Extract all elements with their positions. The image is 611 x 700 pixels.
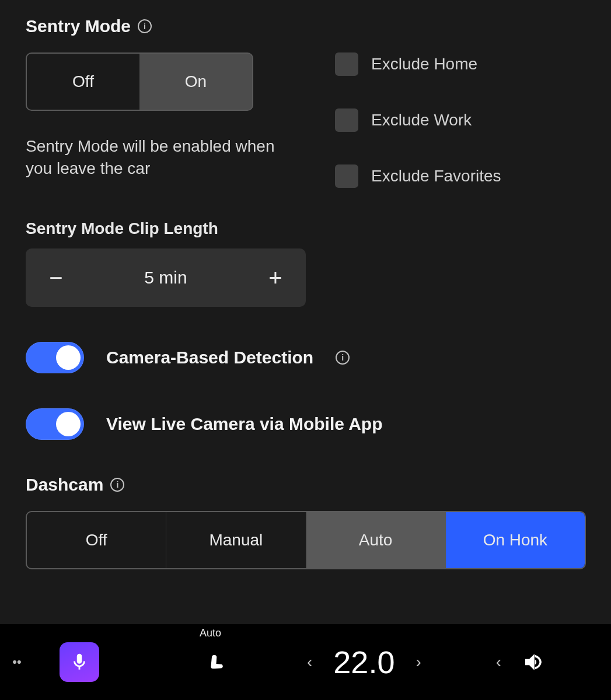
sentry-toggle: Off On [26,52,253,111]
temp-down-button[interactable]: ‹ [301,649,318,675]
bottom-bar: •• Auto ‹ 22.0 › ‹ [0,624,611,700]
info-icon[interactable]: i [336,351,350,365]
seat-icon [206,648,229,674]
camera-detection-label: Camera-Based Detection [106,348,313,368]
exclude-home-checkbox[interactable] [335,52,358,76]
dashcam-onhonk-button[interactable]: On Honk [446,512,585,568]
sentry-status-text: Sentry Mode will be enabled when you lea… [26,135,300,180]
dashcam-title: Dashcam [26,475,103,495]
clip-length-value: 5 min [144,268,187,288]
temperature-value: 22.0 [333,644,394,680]
sentry-on-button[interactable]: On [139,54,252,110]
live-camera-label: View Live Camera via Mobile App [106,414,383,434]
seat-mode-label: Auto [200,627,221,639]
seat-heater-button[interactable]: Auto [197,648,238,676]
dashcam-manual-button[interactable]: Manual [166,512,306,568]
exclude-list: Exclude Home Exclude Work Exclude Favori… [335,52,501,188]
live-camera-row: View Live Camera via Mobile App [26,408,585,440]
microphone-icon [69,652,89,672]
camera-detection-row: Camera-Based Detection i [26,342,585,373]
sentry-title: Sentry Mode [26,16,131,36]
clip-decrease-button[interactable]: − [42,265,70,291]
camera-detection-toggle[interactable] [26,342,84,373]
dashcam-mode-selector: Off Manual Auto On Honk [26,511,586,569]
clip-length-label: Sentry Mode Clip Length [26,219,585,238]
exclude-home-label: Exclude Home [371,55,477,74]
volume-control: ‹ [490,649,546,675]
sentry-header: Sentry Mode i [26,16,585,36]
info-icon[interactable]: i [110,478,124,492]
clip-length-stepper: − 5 min + [26,249,306,307]
temp-up-button[interactable]: › [410,649,427,675]
dashcam-off-button[interactable]: Off [27,512,166,568]
live-camera-toggle[interactable] [26,408,84,440]
exclude-home-row[interactable]: Exclude Home [335,52,501,76]
volume-down-button[interactable]: ‹ [490,649,507,675]
dashcam-auto-button[interactable]: Auto [306,512,446,568]
speaker-icon[interactable] [521,650,546,674]
more-icon[interactable]: •• [7,654,27,670]
dashcam-header: Dashcam i [26,475,585,495]
voice-command-button[interactable] [60,642,99,682]
exclude-work-row[interactable]: Exclude Work [335,108,501,132]
exclude-favorites-label: Exclude Favorites [371,167,501,186]
exclude-work-checkbox[interactable] [335,108,358,132]
exclude-favorites-checkbox[interactable] [335,164,358,188]
exclude-work-label: Exclude Work [371,111,472,130]
temperature-control: ‹ 22.0 › [301,644,427,680]
sentry-off-button[interactable]: Off [27,54,139,110]
exclude-favorites-row[interactable]: Exclude Favorites [335,164,501,188]
clip-increase-button[interactable]: + [261,265,289,291]
info-icon[interactable]: i [138,19,152,33]
